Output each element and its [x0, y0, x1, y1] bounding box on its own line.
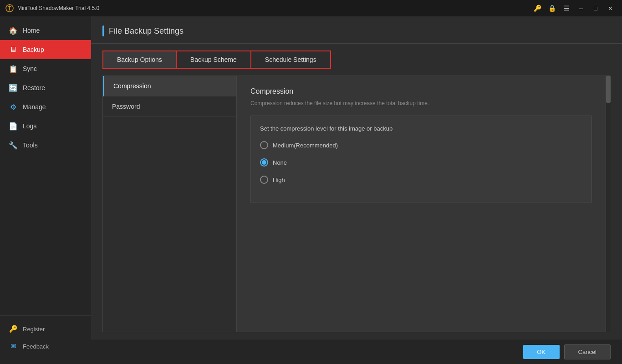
content-area: File Backup Settings Backup Options Back… — [91, 16, 622, 364]
feedback-icon: ✉ — [9, 342, 17, 350]
sidebar-item-restore[interactable]: 🔄 Restore — [0, 78, 91, 97]
settings-content: Compression Compression reduces the file… — [237, 76, 606, 332]
ok-button[interactable]: OK — [523, 345, 560, 359]
main-layout: 🏠 Home 🖥 Backup 📋 Sync 🔄 Restore ⚙ Manag… — [0, 16, 622, 364]
tab-backup-scheme[interactable]: Backup Scheme — [176, 51, 251, 69]
sidebar-label-home: Home — [23, 27, 40, 34]
sidebar-nav: 🏠 Home 🖥 Backup 📋 Sync 🔄 Restore ⚙ Manag… — [0, 16, 91, 315]
password-label-sidebar: Password — [112, 103, 140, 110]
close-button[interactable]: ✕ — [604, 2, 617, 15]
tab-bar: Backup Options Backup Scheme Schedule Se… — [91, 44, 622, 69]
dialog-footer: OK Cancel — [91, 339, 622, 364]
scrollbar-track[interactable] — [606, 76, 611, 332]
compression-options-box: Set the compression level for this image… — [250, 116, 592, 202]
key-icon[interactable]: 🔑 — [531, 2, 544, 15]
minimize-button[interactable]: ─ — [575, 2, 587, 15]
sidebar-item-home[interactable]: 🏠 Home — [0, 21, 91, 40]
compression-label-sidebar: Compression — [113, 82, 151, 90]
page-title: File Backup Settings — [109, 26, 184, 36]
radio-circle-medium — [260, 141, 268, 149]
radio-circle-high — [260, 176, 268, 184]
tab-backup-options[interactable]: Backup Options — [102, 51, 176, 69]
window-controls: 🔑 🔒 ☰ ─ □ ✕ — [531, 2, 617, 15]
radio-label-high: High — [273, 177, 285, 183]
logs-icon: 📄 — [9, 122, 17, 130]
settings-item-password[interactable]: Password — [103, 96, 236, 117]
register-icon: 🔑 — [9, 325, 17, 333]
sidebar-item-sync[interactable]: 📋 Sync — [0, 59, 91, 78]
sidebar-label-tools: Tools — [23, 142, 38, 149]
radio-none[interactable]: None — [260, 158, 582, 167]
sync-icon: 📋 — [9, 65, 17, 73]
sidebar: 🏠 Home 🖥 Backup 📋 Sync 🔄 Restore ⚙ Manag… — [0, 16, 91, 364]
title-bar: MiniTool ShadowMaker Trial 4.5.0 🔑 🔒 ☰ ─… — [0, 0, 622, 16]
sidebar-item-register[interactable]: 🔑 Register — [0, 320, 91, 338]
backup-icon: 🖥 — [9, 46, 17, 54]
sidebar-item-manage[interactable]: ⚙ Manage — [0, 97, 91, 116]
header-accent — [102, 25, 104, 36]
sidebar-label-register: Register — [23, 326, 45, 333]
app-title: MiniTool ShadowMaker Trial 4.5.0 — [17, 5, 531, 11]
settings-sidebar: Compression Password — [102, 76, 237, 332]
sidebar-footer: 🔑 Register ✉ Feedback — [0, 315, 91, 364]
sidebar-item-logs[interactable]: 📄 Logs — [0, 116, 91, 136]
sidebar-label-manage: Manage — [23, 103, 46, 111]
tab-schedule-settings[interactable]: Schedule Settings — [251, 51, 331, 69]
settings-layout: Compression Password Compression Compres… — [102, 76, 611, 332]
sidebar-label-backup: Backup — [23, 46, 44, 53]
sidebar-item-tools[interactable]: 🔧 Tools — [0, 136, 91, 155]
maximize-button[interactable]: □ — [589, 2, 602, 15]
lock-icon[interactable]: 🔒 — [546, 2, 558, 15]
settings-item-compression[interactable]: Compression — [103, 76, 236, 96]
sidebar-label-feedback: Feedback — [23, 343, 49, 350]
sidebar-item-backup[interactable]: 🖥 Backup — [0, 40, 91, 59]
menu-icon[interactable]: ☰ — [560, 2, 573, 15]
radio-high[interactable]: High — [260, 176, 582, 184]
home-icon: 🏠 — [9, 26, 17, 35]
app-logo — [5, 4, 14, 12]
compression-section-title: Compression — [250, 87, 592, 96]
sidebar-item-feedback[interactable]: ✉ Feedback — [0, 338, 91, 355]
sidebar-label-restore: Restore — [23, 84, 45, 91]
restore-icon: 🔄 — [9, 84, 17, 92]
tools-icon: 🔧 — [9, 141, 17, 149]
cancel-button[interactable]: Cancel — [564, 344, 611, 359]
radio-medium[interactable]: Medium(Recommended) — [260, 141, 582, 149]
manage-icon: ⚙ — [9, 103, 17, 111]
compression-level-label: Set the compression level for this image… — [260, 125, 582, 132]
radio-circle-none — [260, 158, 268, 167]
scrollbar-thumb[interactable] — [606, 76, 611, 103]
compression-section-desc: Compression reduces the file size but ma… — [250, 100, 592, 106]
sidebar-label-sync: Sync — [23, 65, 37, 72]
radio-label-none: None — [273, 159, 287, 166]
sidebar-label-logs: Logs — [23, 122, 36, 130]
radio-label-medium: Medium(Recommended) — [273, 142, 338, 149]
page-header: File Backup Settings — [91, 16, 622, 44]
